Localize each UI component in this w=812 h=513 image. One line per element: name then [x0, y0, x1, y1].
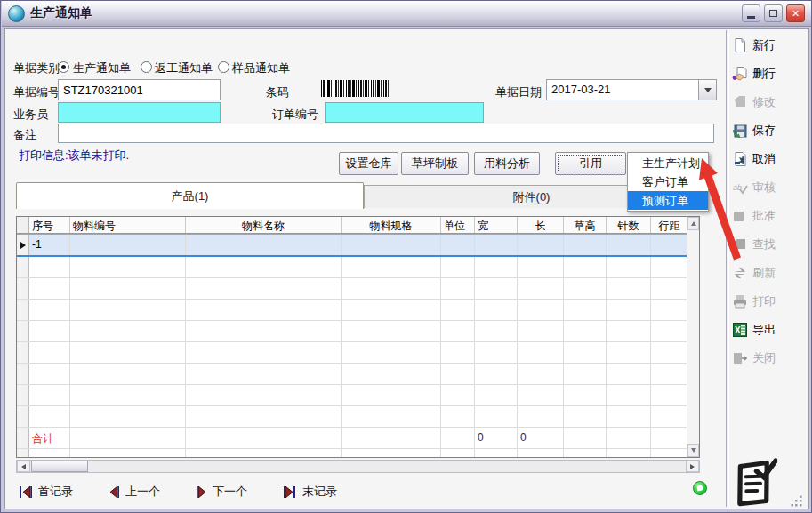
- sidebar-item-delete-row[interactable]: 删行: [732, 65, 807, 83]
- column-header-length[interactable]: 长: [518, 217, 564, 233]
- sidebar-item-close[interactable]: 关闭: [732, 349, 807, 367]
- scroll-right-button[interactable]: [686, 461, 699, 472]
- cell-material-code[interactable]: [70, 235, 186, 255]
- doc-no-input[interactable]: [58, 79, 221, 100]
- cell-material-name[interactable]: [186, 235, 342, 255]
- column-header-material-code[interactable]: 物料编号: [70, 217, 186, 233]
- export-excel-icon: X: [732, 322, 748, 338]
- table-row[interactable]: [17, 449, 687, 458]
- maximize-icon: [769, 10, 777, 17]
- order-no-input[interactable]: [325, 102, 484, 123]
- resize-grip[interactable]: [791, 495, 803, 508]
- vertical-scrollbar[interactable]: [687, 217, 699, 457]
- cell-unit[interactable]: [441, 235, 475, 255]
- scrollbar-thumb[interactable]: [31, 461, 88, 472]
- table-row[interactable]: [17, 278, 687, 300]
- table-row[interactable]: [17, 385, 687, 406]
- nav-previous-record[interactable]: 上一个: [109, 484, 160, 500]
- radio-sample-notice-label[interactable]: 样品通知单: [232, 60, 290, 76]
- radio-sample-notice[interactable]: [218, 61, 229, 73]
- cell-seq[interactable]: -1: [29, 235, 70, 255]
- sidebar-item-label: 新行: [752, 37, 776, 53]
- radio-production-notice[interactable]: [58, 61, 69, 73]
- salesman-input[interactable]: [58, 102, 221, 123]
- total-label: 合计: [29, 428, 70, 448]
- nav-first-record[interactable]: 首记录: [19, 484, 73, 500]
- cell-width[interactable]: [475, 235, 518, 255]
- arrow-right-icon: [690, 464, 695, 469]
- barcode-label: 条码: [266, 84, 289, 100]
- doc-date-dropdown-button[interactable]: [698, 80, 716, 100]
- column-header-row-spacing[interactable]: 行距: [651, 217, 688, 233]
- table-row[interactable]: [17, 342, 687, 364]
- column-header-material-spec[interactable]: 物料规格: [342, 217, 441, 233]
- radio-production-notice-label[interactable]: 生产通知单: [73, 60, 131, 76]
- cell-material-spec[interactable]: [342, 235, 441, 255]
- menu-item-master-production-plan[interactable]: 主生产计划: [628, 154, 708, 172]
- sidebar-item-print[interactable]: 打印: [732, 293, 807, 310]
- column-header-grass-height[interactable]: 草高: [564, 217, 607, 233]
- horizontal-scrollbar[interactable]: [16, 460, 700, 473]
- radio-rework-notice[interactable]: [141, 61, 152, 73]
- next-record-icon: [196, 486, 207, 498]
- refresh-icon: [732, 265, 748, 281]
- table-row[interactable]: [17, 321, 687, 342]
- cell-needle-count[interactable]: [607, 235, 651, 255]
- sidebar-item-label: 保存: [752, 123, 776, 139]
- cell-row-spacing[interactable]: [651, 235, 688, 255]
- sidebar-item-audit[interactable]: ab 审核: [732, 179, 807, 196]
- material-analysis-button[interactable]: 用料分析: [474, 152, 540, 175]
- maximize-button[interactable]: [764, 4, 783, 22]
- column-header-material-name[interactable]: 物料名称: [186, 217, 342, 233]
- barcode-image: [321, 80, 389, 97]
- cell-length[interactable]: [518, 235, 564, 255]
- column-header-unit[interactable]: 单位: [441, 217, 475, 233]
- sidebar-item-save[interactable]: 保存: [732, 122, 807, 140]
- material-grid: 序号 物料编号 物料名称 物料规格 单位 宽 长 草高 针数 行距 -1: [16, 216, 700, 458]
- close-form-icon: [732, 350, 748, 366]
- nav-next-record[interactable]: 下一个: [196, 484, 247, 500]
- sidebar-item-export[interactable]: X 导出: [732, 321, 807, 339]
- set-warehouse-button[interactable]: 设置仓库: [339, 152, 398, 175]
- cell-grass-height[interactable]: [564, 235, 607, 255]
- close-button[interactable]: ✕: [786, 4, 805, 22]
- scroll-down-button[interactable]: [687, 444, 699, 457]
- new-row-icon: [732, 37, 748, 53]
- sidebar-item-label: 关闭: [752, 350, 776, 366]
- table-row[interactable]: [17, 364, 687, 385]
- sidebar-item-modify[interactable]: 修改: [732, 93, 807, 111]
- print-info-text: 打印信息:该单未打印.: [19, 148, 129, 164]
- menu-item-forecast-order[interactable]: 预测订单: [628, 191, 708, 210]
- tab-products[interactable]: 产品(1): [16, 182, 364, 209]
- nav-label: 首记录: [38, 484, 73, 500]
- table-row[interactable]: [17, 406, 687, 428]
- sidebar-item-label: 刷新: [752, 265, 776, 281]
- reference-button[interactable]: 引用: [555, 152, 626, 175]
- doc-date-combobox[interactable]: 2017-03-21: [546, 79, 717, 100]
- sidebar-item-cancel[interactable]: 取消: [732, 150, 807, 168]
- minimize-icon: [747, 16, 755, 19]
- sidebar-item-find[interactable]: 查找: [732, 236, 807, 253]
- last-record-icon: [283, 486, 297, 498]
- lawn-template-button[interactable]: 草坪制板: [401, 152, 469, 175]
- sidebar-item-refresh[interactable]: 刷新: [732, 264, 807, 282]
- scroll-up-button[interactable]: [687, 217, 699, 230]
- table-row[interactable]: [17, 300, 687, 321]
- total-row: 合计 0 0: [17, 428, 687, 449]
- table-row[interactable]: [17, 257, 687, 278]
- remark-input[interactable]: [58, 124, 714, 143]
- table-row-selected[interactable]: -1: [17, 234, 687, 257]
- radio-rework-notice-label[interactable]: 返工通知单: [155, 60, 213, 76]
- sidebar-item-label: 导出: [752, 322, 776, 338]
- nav-last-record[interactable]: 末记录: [283, 484, 337, 500]
- doc-type-label: 单据类别: [13, 60, 60, 76]
- menu-item-customer-order[interactable]: 客户订单: [628, 172, 708, 191]
- column-header-width[interactable]: 宽: [475, 217, 518, 233]
- sidebar-item-label: 删行: [752, 66, 776, 82]
- scroll-left-button[interactable]: [17, 461, 30, 472]
- minimize-button[interactable]: [742, 4, 760, 22]
- sidebar-item-approve[interactable]: 批准: [732, 207, 807, 225]
- sidebar-item-new-row[interactable]: 新行: [732, 36, 807, 54]
- column-header-needle-count[interactable]: 针数: [607, 217, 651, 233]
- column-header-seq[interactable]: 序号: [29, 217, 70, 233]
